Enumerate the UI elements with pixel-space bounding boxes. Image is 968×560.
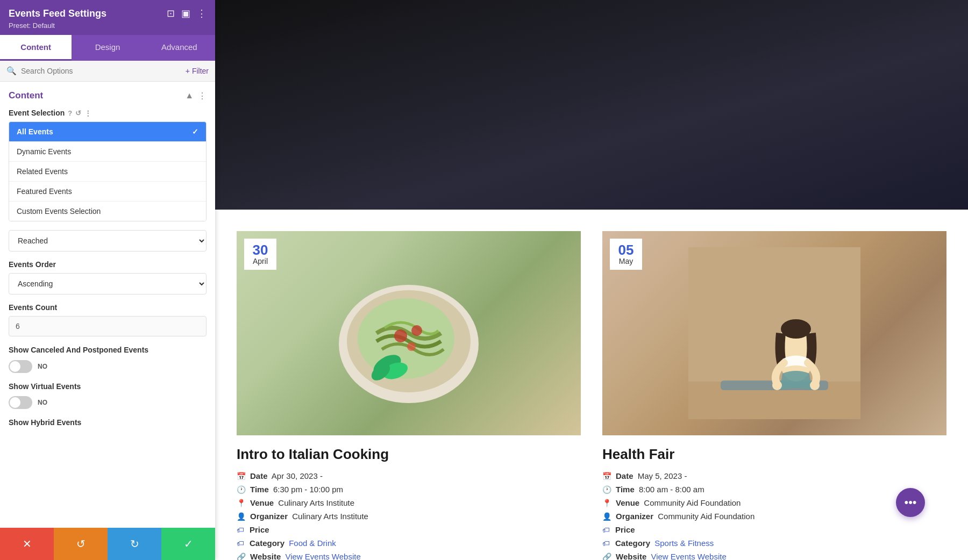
price-icon-2: 🏷 xyxy=(602,526,611,534)
event-venue-row-1: 📍 Venue Culinary Arts Institute xyxy=(237,498,581,507)
events-order-select[interactable]: Ascending Descending xyxy=(9,273,207,295)
event-details-2: 📅 Date May 5, 2023 - 🕐 Time 8:00 am - 8:… xyxy=(602,471,946,560)
event-website-row-2: 🔗 Website View Events Website xyxy=(602,552,946,560)
show-virtual-toggle-wrapper: NO xyxy=(9,396,207,409)
event-date-badge-2: 05 May xyxy=(610,239,642,270)
dropdown-item-all-events[interactable]: All Events xyxy=(9,122,206,142)
sidebar-body: Content ▲ ⋮ Event Selection ? ↺ ⋮ All Ev… xyxy=(0,82,215,528)
sidebar-preset: Preset: Default xyxy=(9,21,207,30)
organizer-icon-1: 👤 xyxy=(237,512,246,521)
cancel-button[interactable]: ✕ xyxy=(0,528,54,560)
viewport-icon[interactable]: ⊡ xyxy=(167,8,175,19)
event-organizer-row-2: 👤 Organizer Community Aid Foundation xyxy=(602,512,946,521)
content-section-header: Content ▲ ⋮ xyxy=(9,90,207,101)
search-icon: 🔍 xyxy=(6,66,17,76)
event-selection-dropdown: All Events Dynamic Events Related Events… xyxy=(9,121,207,221)
category-link-2[interactable]: Sports & Fitness xyxy=(654,539,714,548)
event-month-2: May xyxy=(616,257,636,265)
website-icon-2: 🔗 xyxy=(602,552,611,560)
events-count-input[interactable] xyxy=(9,316,207,336)
category-icon-2: 🏷 xyxy=(602,539,611,548)
reset-button[interactable]: ↺ xyxy=(54,528,108,560)
event-card-2: 05 May Health Fair 📅 Date May 5, 2023 - … xyxy=(602,231,946,560)
event-day-2: 05 xyxy=(616,243,636,257)
events-order-label: Events Order xyxy=(9,260,207,269)
location-icon-1: 📍 xyxy=(237,499,246,507)
fab-button[interactable]: ••• xyxy=(896,488,925,517)
show-virtual-row: Show Virtual Events NO xyxy=(9,382,207,410)
clock-icon-1: 🕐 xyxy=(237,485,246,494)
calendar-icon-2: 📅 xyxy=(602,472,611,480)
sidebar-header: Events Feed Settings ⊡ ▣ ⋮ Preset: Defau… xyxy=(0,0,215,35)
event-price-row-1: 🏷 Price xyxy=(237,525,581,534)
yoga-illustration xyxy=(688,247,860,419)
category-link-1[interactable]: Food & Drink xyxy=(289,539,336,548)
show-canceled-toggle-wrapper: NO xyxy=(9,360,207,373)
redo-icon: ↻ xyxy=(130,537,139,550)
category-icon-1: 🏷 xyxy=(237,539,245,548)
event-venue-row-2: 📍 Venue Community Aid Foundation xyxy=(602,498,946,507)
location-icon-2: 📍 xyxy=(602,499,611,507)
event-details-1: 📅 Date Apr 30, 2023 - 🕐 Time 6:30 pm - 1… xyxy=(237,471,581,560)
collapse-icon[interactable]: ▲ xyxy=(185,91,194,100)
reached-select[interactable]: Reached xyxy=(9,230,207,252)
main-content: 30 April Intro to Italian Cooking 📅 Date… xyxy=(215,0,968,560)
filter-button[interactable]: + Filter xyxy=(186,67,209,75)
yoga-image xyxy=(602,231,946,435)
search-input[interactable] xyxy=(21,67,181,75)
event-time-row-1: 🕐 Time 6:30 pm - 10:00 pm xyxy=(237,485,581,494)
section-more-icon[interactable]: ⋮ xyxy=(198,91,207,101)
event-website-row-1: 🔗 Website View Events Website xyxy=(237,552,581,560)
more-options-field-icon[interactable]: ⋮ xyxy=(84,109,91,117)
event-category-row-2: 🏷 Category Sports & Fitness xyxy=(602,539,946,548)
event-date-row-2: 📅 Date May 5, 2023 - xyxy=(602,471,946,480)
event-price-row-2: 🏷 Price xyxy=(602,525,946,534)
website-link-2[interactable]: View Events Website xyxy=(651,552,726,560)
help-icon[interactable]: ? xyxy=(68,109,72,117)
food-image xyxy=(237,231,581,435)
event-title-2: Health Fair xyxy=(602,446,946,463)
svg-point-3 xyxy=(394,329,407,342)
pasta-illustration xyxy=(323,247,495,419)
price-icon-1: 🏷 xyxy=(237,526,245,534)
event-title-1: Intro to Italian Cooking xyxy=(237,446,581,463)
search-filter-bar: 🔍 + Filter xyxy=(0,61,215,82)
event-month-1: April xyxy=(251,257,270,265)
layout-icon[interactable]: ▣ xyxy=(181,8,190,19)
dropdown-item-related-events[interactable]: Related Events xyxy=(9,162,206,182)
redo-button[interactable]: ↻ xyxy=(108,528,161,560)
dropdown-item-custom-events[interactable]: Custom Events Selection xyxy=(9,202,206,221)
show-hybrid-row: Show Hybrid Events xyxy=(9,418,207,428)
section-title: Content xyxy=(9,90,43,101)
website-link-1[interactable]: View Events Website xyxy=(285,552,360,560)
events-grid: 30 April Intro to Italian Cooking 📅 Date… xyxy=(215,210,968,560)
confirm-button[interactable]: ✓ xyxy=(161,528,215,560)
show-virtual-toggle[interactable] xyxy=(9,396,32,409)
svg-point-4 xyxy=(411,325,422,336)
sidebar-header-icons: ⊡ ▣ ⋮ xyxy=(167,8,207,19)
dropdown-item-dynamic-events[interactable]: Dynamic Events xyxy=(9,142,206,162)
fab-icon: ••• xyxy=(904,496,916,509)
show-canceled-value: NO xyxy=(38,363,47,370)
event-date-row-1: 📅 Date Apr 30, 2023 - xyxy=(237,471,581,480)
dropdown-item-featured-events[interactable]: Featured Events xyxy=(9,182,206,202)
show-hybrid-label: Show Hybrid Events xyxy=(9,418,207,428)
sidebar: Events Feed Settings ⊡ ▣ ⋮ Preset: Defau… xyxy=(0,0,215,560)
event-category-row-1: 🏷 Category Food & Drink xyxy=(237,539,581,548)
reset-icon[interactable]: ↺ xyxy=(75,109,81,117)
event-day-1: 30 xyxy=(251,243,270,257)
event-time-row-2: 🕐 Time 8:00 am - 8:00 am xyxy=(602,485,946,494)
hero-area xyxy=(215,0,968,210)
svg-point-5 xyxy=(407,342,416,351)
show-canceled-row: Show Canceled And Postponed Events NO xyxy=(9,345,207,373)
more-options-icon[interactable]: ⋮ xyxy=(197,8,207,19)
show-canceled-label: Show Canceled And Postponed Events xyxy=(9,345,207,356)
show-canceled-toggle[interactable] xyxy=(9,360,32,373)
confirm-icon: ✓ xyxy=(184,537,193,550)
svg-point-16 xyxy=(810,380,820,390)
section-controls: ▲ ⋮ xyxy=(185,91,207,101)
tab-advanced[interactable]: Advanced xyxy=(144,35,215,61)
tab-content[interactable]: Content xyxy=(0,35,72,61)
organizer-icon-2: 👤 xyxy=(602,512,611,521)
tab-design[interactable]: Design xyxy=(72,35,143,61)
